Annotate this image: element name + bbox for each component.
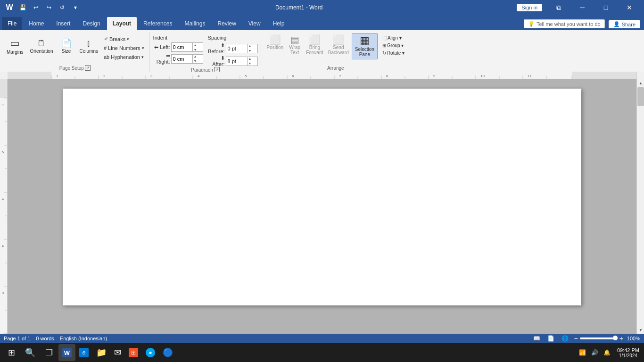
indent-left-down[interactable]: ▼ xyxy=(193,47,198,52)
close-button[interactable]: ✕ xyxy=(619,0,640,15)
taskbar-app2[interactable]: ● xyxy=(142,344,159,361)
indent-left-input[interactable]: ▲ ▼ xyxy=(171,42,203,52)
scroll-down-button[interactable]: ▼ xyxy=(637,326,644,334)
line-numbers-icon: # xyxy=(104,45,107,51)
svg-rect-1 xyxy=(8,72,51,79)
position-button[interactable]: ⬜ Position xyxy=(265,33,286,52)
tab-design[interactable]: Design xyxy=(77,17,106,30)
spacing-before-arrows: ▲ ▼ xyxy=(247,44,253,53)
search-button[interactable]: 🔍 xyxy=(21,343,40,362)
spacing-before-up[interactable]: ▲ xyxy=(248,44,253,49)
taskbar-explorer-app[interactable]: 📁 xyxy=(92,344,110,361)
tab-home[interactable]: Home xyxy=(23,17,50,30)
indent-left-up[interactable]: ▲ xyxy=(193,42,198,47)
indent-right-up[interactable]: ▲ xyxy=(193,54,198,59)
zoom-thumb[interactable] xyxy=(613,336,618,340)
taskbar-word-app[interactable]: W xyxy=(58,344,75,361)
wrap-text-button[interactable]: ▤ WrapText xyxy=(286,33,303,57)
notification-icon[interactable]: 🔔 xyxy=(602,343,612,362)
redo-qat-btn[interactable]: ↪ xyxy=(43,2,55,13)
spacing-before-field[interactable] xyxy=(226,44,247,53)
restore-qat-btn[interactable]: ↺ xyxy=(57,2,68,13)
group-button[interactable]: ⊞ Group ▾ xyxy=(380,42,406,49)
document-scroll-area[interactable] xyxy=(8,79,636,334)
group-icon: ⊞ xyxy=(382,43,386,48)
indent-section: Indent ⬅ Left: ▲ ▼ ➡ Right: xyxy=(153,33,203,65)
columns-button[interactable]: ⫿ Columns xyxy=(77,33,101,59)
save-qat-btn[interactable]: 💾 xyxy=(17,2,28,13)
print-layout-button[interactable]: 📄 xyxy=(545,335,556,342)
scroll-thumb[interactable] xyxy=(637,87,644,106)
indent-right-down[interactable]: ▼ xyxy=(193,59,198,64)
indent-right-row: ➡ Right: ▲ ▼ xyxy=(153,53,203,65)
maximize-button[interactable]: □ xyxy=(595,0,617,15)
indent-right-field[interactable] xyxy=(172,55,192,63)
page-setup-group: ▭ Margins 🗒 Orientation 📄 Size ⫿ Columns… xyxy=(1,32,149,72)
size-button[interactable]: 📄 Size xyxy=(57,33,76,59)
align-button[interactable]: ⬚ Align ▾ xyxy=(380,35,406,41)
web-layout-button[interactable]: 🌐 xyxy=(560,335,570,342)
task-view-button[interactable]: ❐ xyxy=(40,343,58,362)
tab-layout[interactable]: Layout xyxy=(107,17,137,30)
restore-down-icon[interactable]: ⧉ xyxy=(548,0,570,15)
spacing-after-field[interactable] xyxy=(226,57,247,66)
scroll-up-button[interactable]: ▲ xyxy=(637,79,644,87)
zoom-track[interactable] xyxy=(580,337,618,339)
vertical-scrollbar[interactable]: ▲ ▼ xyxy=(636,79,644,334)
rotate-button[interactable]: ↻ Rotate ▾ xyxy=(380,50,406,56)
margins-button[interactable]: ▭ Margins xyxy=(4,33,26,59)
spacing-after-down[interactable]: ▼ xyxy=(248,61,253,66)
network-icon[interactable]: 📶 xyxy=(578,343,588,362)
taskbar-edge-app[interactable]: e xyxy=(75,344,92,361)
arrange-group: ⬜ Position ▤ WrapText ⬜ BringForward ⬜ S… xyxy=(262,32,410,72)
columns-label: Columns xyxy=(80,49,98,54)
svg-text:9: 9 xyxy=(433,74,436,78)
taskbar-uplotify-app[interactable]: 🔵 xyxy=(159,344,177,361)
orientation-button[interactable]: 🗒 Orientation xyxy=(27,33,56,59)
tab-help[interactable]: Help xyxy=(267,17,290,30)
more-qat-btn[interactable]: ▾ xyxy=(70,2,81,13)
indent-right-input[interactable]: ▲ ▼ xyxy=(171,54,203,64)
page-setup-expand[interactable]: ↗ xyxy=(85,65,91,71)
tab-references[interactable]: References xyxy=(138,17,178,30)
sign-in-button[interactable]: Sign in xyxy=(517,4,542,11)
zoom-in-button[interactable]: + xyxy=(619,335,623,342)
start-button[interactable]: ⊞ xyxy=(2,343,21,362)
tab-insert[interactable]: Insert xyxy=(50,17,76,30)
volume-icon[interactable]: 🔊 xyxy=(590,343,600,362)
indent-left-field[interactable] xyxy=(172,43,192,51)
minimize-button[interactable]: ─ xyxy=(571,0,593,15)
bring-forward-icon: ⬜ xyxy=(309,35,321,44)
line-numbers-button[interactable]: # Line Numbers ▾ xyxy=(102,44,146,52)
h-ruler: 1 2 3 4 5 6 7 8 9 10 11 xyxy=(8,72,644,79)
spacing-after-input[interactable]: ▲ ▼ xyxy=(226,57,258,66)
share-button[interactable]: 👤 Share xyxy=(609,20,640,28)
tab-view[interactable]: View xyxy=(243,17,266,30)
tab-review[interactable]: Review xyxy=(212,17,241,30)
align-label: Align ▾ xyxy=(388,35,402,41)
selection-pane-button[interactable]: ▦ SelectionPane xyxy=(352,33,378,59)
document-page[interactable] xyxy=(63,89,581,305)
tab-mailings[interactable]: Mailings xyxy=(179,17,211,30)
spacing-after-up[interactable]: ▲ xyxy=(248,57,253,61)
zoom-out-button[interactable]: − xyxy=(574,335,578,342)
undo-qat-btn[interactable]: ↩ xyxy=(30,2,41,13)
read-mode-button[interactable]: 📖 xyxy=(531,335,542,342)
spacing-before-input[interactable]: ▲ ▼ xyxy=(226,44,258,53)
system-clock[interactable]: 09:42 PM 1/1/2024 xyxy=(614,347,642,358)
send-backward-button[interactable]: ⬜ SendBackward xyxy=(326,33,351,57)
bring-forward-button[interactable]: ⬜ BringForward xyxy=(304,33,325,57)
taskbar-store-app[interactable]: ⊞ xyxy=(125,344,142,361)
tab-file[interactable]: File xyxy=(2,17,22,30)
word-icon[interactable]: W xyxy=(4,2,15,13)
tell-me-input[interactable]: 💡 Tell me what you want to do xyxy=(524,19,605,28)
breaks-button[interactable]: ⤶ Breaks ▾ xyxy=(102,35,146,43)
spacing-after-row: ⬇ After: ▲ ▼ xyxy=(208,55,258,67)
app2-taskbar-icon: ● xyxy=(146,348,155,357)
ribbon-tab-bar: File Home Insert Design Layout Reference… xyxy=(0,15,644,30)
hyphenation-button[interactable]: ab Hyphenation ▾ xyxy=(102,53,146,61)
arrange-label: Arrange xyxy=(327,66,344,71)
spacing-before-down[interactable]: ▼ xyxy=(248,49,253,53)
svg-text:2: 2 xyxy=(1,151,5,153)
taskbar-mail-app[interactable]: ✉ xyxy=(110,344,125,361)
